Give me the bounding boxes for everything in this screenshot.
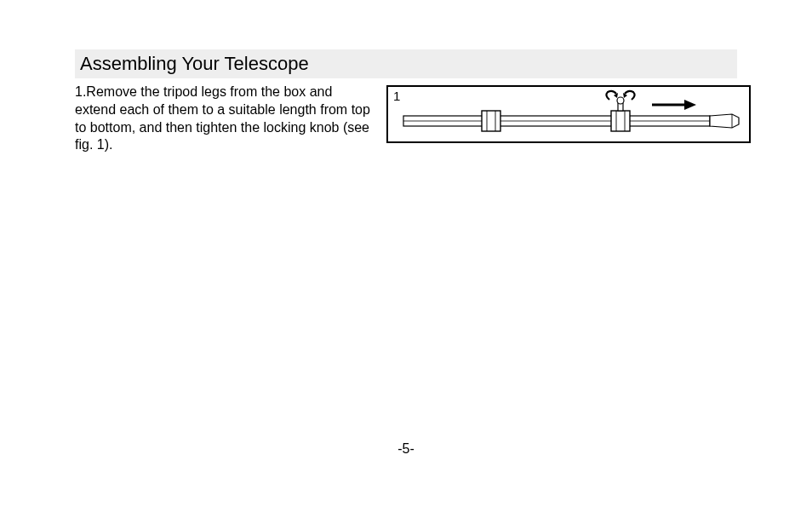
svg-rect-2 [482,111,500,131]
content-row: 1.Remove the tripod legs from the box an… [75,83,737,154]
manual-page: Assembling Your Telescope 1.Remove the t… [0,0,812,518]
svg-point-9 [617,97,624,104]
instruction-text: 1.Remove the tripod legs from the box an… [75,83,371,154]
svg-rect-5 [611,111,630,131]
page-number: -5- [397,441,415,457]
figure-1-box: 1 [386,85,751,143]
section-heading-bar: Assembling Your Telescope [75,49,737,78]
svg-marker-13 [684,100,696,110]
tripod-leg-diagram [388,87,749,141]
section-heading: Assembling Your Telescope [80,53,309,74]
figure-column: 1 [386,83,751,143]
